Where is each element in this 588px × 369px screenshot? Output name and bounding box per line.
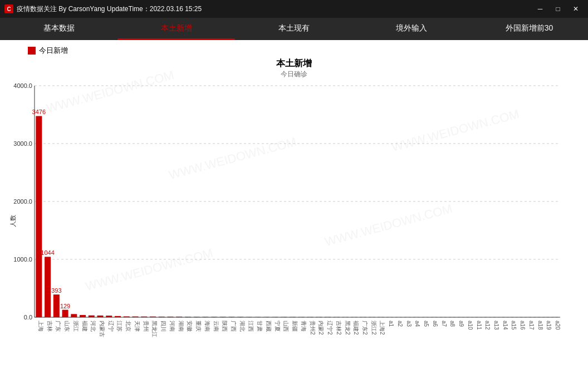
svg-rect-50	[185, 317, 191, 317]
close-button[interactable]: ✕	[568, 3, 584, 15]
svg-text:内蒙古: 内蒙古	[99, 321, 105, 337]
svg-text:a16: a16	[520, 321, 526, 330]
app-icon: C	[4, 4, 13, 13]
svg-rect-70	[272, 317, 278, 317]
svg-text:2000.0: 2000.0	[13, 198, 32, 205]
svg-text:湖南: 湖南	[178, 321, 184, 332]
chart-subtitle: 今日确诊	[6, 70, 582, 79]
svg-rect-30	[97, 316, 103, 317]
svg-text:上海2: 上海2	[379, 321, 385, 335]
chart-title-area: 本土新增 今日确诊	[6, 58, 582, 79]
svg-text:a6: a6	[432, 321, 438, 327]
svg-text:江西: 江西	[248, 321, 254, 332]
svg-text:山东: 山东	[64, 321, 70, 332]
title-bar-left: C 疫情数据关注 By CarsonYang UpdateTime：2022.0…	[4, 4, 202, 14]
svg-text:福建2: 福建2	[353, 321, 359, 335]
svg-text:a11: a11	[476, 321, 482, 330]
svg-rect-60	[228, 317, 234, 317]
svg-rect-48	[176, 317, 182, 317]
svg-rect-54	[202, 317, 208, 317]
svg-text:黑龙江: 黑龙江	[151, 321, 158, 337]
svg-text:广东2: 广东2	[362, 321, 368, 335]
nav-bar: 基本数据 本土新增 本土现有 境外输入 外国新增前30	[0, 18, 588, 40]
svg-text:a18: a18	[537, 321, 543, 330]
svg-rect-34	[115, 316, 121, 317]
svg-text:新疆: 新疆	[292, 321, 298, 332]
svg-text:a17: a17	[528, 321, 535, 330]
tab-local-new[interactable]: 本土新增	[117, 18, 235, 40]
svg-text:辽宁2: 辽宁2	[327, 321, 333, 335]
svg-rect-62	[237, 317, 243, 317]
svg-rect-58	[220, 317, 226, 317]
legend-color-box	[28, 47, 36, 55]
svg-text:云南: 云南	[213, 321, 219, 332]
svg-rect-18	[53, 294, 60, 317]
svg-text:a14: a14	[502, 321, 508, 330]
svg-text:1044: 1044	[41, 249, 54, 256]
svg-text:a1: a1	[388, 321, 394, 327]
svg-text:贵州2: 贵州2	[310, 321, 316, 335]
svg-rect-42	[150, 317, 156, 317]
tab-basic[interactable]: 基本数据	[0, 18, 117, 40]
svg-text:浙江: 浙江	[73, 321, 79, 332]
svg-text:安徽: 安徽	[187, 321, 193, 332]
title-bar-controls: ─ □ ✕	[532, 3, 584, 15]
svg-rect-12	[36, 116, 42, 317]
svg-text:北京: 北京	[125, 321, 131, 332]
svg-text:广东: 广东	[55, 321, 61, 332]
svg-text:吉林: 吉林	[47, 321, 53, 332]
svg-text:福建: 福建	[82, 321, 88, 332]
chart-legend: 今日新增	[6, 46, 582, 56]
svg-text:a8: a8	[449, 321, 455, 327]
svg-text:a4: a4	[414, 321, 420, 327]
svg-text:浙江2: 浙江2	[371, 321, 377, 335]
svg-rect-15	[45, 257, 51, 317]
tab-local-current[interactable]: 本土现有	[235, 18, 352, 40]
chart-container: 人数 0.01000.02000.03000.04000.03476上海1044…	[6, 80, 582, 362]
svg-text:甘肃: 甘肃	[257, 321, 263, 332]
tab-imported[interactable]: 境外输入	[353, 18, 471, 40]
svg-text:湖北: 湖北	[239, 321, 246, 332]
svg-rect-72	[281, 317, 287, 317]
svg-text:上海: 上海	[38, 321, 44, 332]
svg-text:重庆: 重庆	[195, 321, 202, 332]
svg-rect-38	[132, 317, 138, 317]
svg-text:西藏: 西藏	[266, 321, 272, 332]
svg-text:辽宁: 辽宁	[108, 321, 114, 332]
svg-text:1000.0: 1000.0	[13, 256, 32, 263]
svg-rect-28	[89, 316, 95, 317]
svg-text:a12: a12	[484, 321, 491, 330]
svg-text:贵州: 贵州	[143, 321, 149, 332]
svg-rect-26	[80, 315, 86, 317]
svg-text:广西: 广西	[231, 321, 237, 332]
svg-rect-44	[159, 317, 165, 317]
svg-rect-56	[211, 317, 217, 317]
svg-text:四川: 四川	[160, 321, 166, 332]
y-axis-label: 人数	[9, 215, 17, 227]
svg-text:129: 129	[60, 303, 70, 309]
minimize-button[interactable]: ─	[532, 3, 548, 15]
svg-text:黑龙2: 黑龙2	[345, 321, 351, 335]
svg-rect-74	[290, 317, 296, 317]
svg-rect-21	[62, 310, 68, 317]
svg-text:a7: a7	[441, 321, 447, 327]
tab-foreign[interactable]: 外国新增前30	[471, 18, 588, 40]
svg-text:a20: a20	[555, 321, 561, 330]
svg-text:3476: 3476	[32, 109, 46, 115]
svg-text:河北: 河北	[90, 321, 96, 332]
svg-text:4000.0: 4000.0	[13, 82, 32, 89]
svg-rect-24	[71, 314, 77, 317]
app-title: 疫情数据关注 By CarsonYang UpdateTime：2022.03.…	[17, 4, 202, 14]
svg-text:393: 393	[51, 287, 61, 294]
svg-text:a9: a9	[458, 321, 464, 327]
svg-text:青海: 青海	[301, 321, 307, 332]
svg-text:a10: a10	[467, 321, 473, 330]
svg-rect-32	[106, 316, 112, 317]
svg-text:宁夏: 宁夏	[275, 321, 281, 332]
svg-text:内蒙2: 内蒙2	[318, 321, 324, 335]
svg-rect-36	[124, 316, 130, 317]
svg-text:a15: a15	[511, 321, 517, 330]
svg-rect-52	[194, 317, 200, 317]
svg-rect-68	[263, 317, 270, 317]
maximize-button[interactable]: □	[550, 3, 566, 15]
